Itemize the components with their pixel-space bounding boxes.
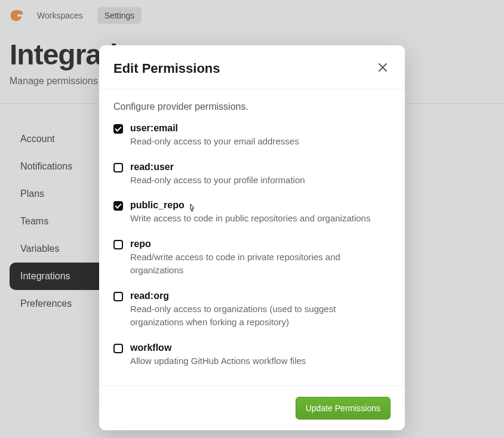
permission-text: workflow Allow updating GitHub Actions w… bbox=[130, 343, 391, 368]
permission-row-workflow: workflow Allow updating GitHub Actions w… bbox=[113, 343, 391, 368]
permission-text: repo Read/write access to code in privat… bbox=[130, 239, 391, 277]
permission-desc: Allow updating GitHub Actions workflow f… bbox=[130, 354, 391, 368]
permission-text: public_repo Write access to code in publ… bbox=[130, 200, 391, 226]
permission-desc: Read-only access to your email addresses bbox=[130, 135, 391, 149]
checkbox-user-email[interactable] bbox=[113, 124, 123, 134]
permission-label: user:email bbox=[130, 123, 391, 134]
permission-desc: Read-only access to your profile informa… bbox=[130, 174, 391, 187]
modal-title: Edit Permissions bbox=[113, 61, 220, 76]
checkbox-public-repo[interactable] bbox=[113, 201, 123, 211]
update-permissions-button[interactable]: Update Permissions bbox=[296, 397, 391, 420]
permission-label: read:org bbox=[130, 291, 391, 301]
modal-overlay[interactable]: Edit Permissions Configure provider perm… bbox=[0, 0, 504, 438]
permission-desc: Read/write access to code in private rep… bbox=[130, 251, 391, 277]
permission-text: read:org Read-only access to organizatio… bbox=[130, 291, 391, 329]
modal-footer: Update Permissions bbox=[99, 385, 405, 430]
permission-row-read-org: read:org Read-only access to organizatio… bbox=[113, 291, 391, 329]
modal-header: Edit Permissions bbox=[99, 45, 405, 90]
permission-row-public-repo: public_repo Write access to code in publ… bbox=[113, 200, 391, 226]
permission-label: read:user bbox=[130, 162, 391, 172]
checkbox-read-user[interactable] bbox=[113, 163, 123, 172]
permission-desc: Read-only access to organizations (used … bbox=[130, 303, 391, 329]
modal-description: Configure provider permissions. bbox=[113, 101, 391, 112]
checkbox-read-org[interactable] bbox=[113, 292, 123, 301]
permission-label: public_repo bbox=[130, 200, 391, 211]
permission-row-repo: repo Read/write access to code in privat… bbox=[113, 239, 391, 277]
permission-text: user:email Read-only access to your emai… bbox=[130, 123, 391, 149]
permission-desc: Write access to code in public repositor… bbox=[130, 212, 391, 226]
modal-body: Configure provider permissions. user:ema… bbox=[99, 90, 405, 385]
close-icon bbox=[377, 62, 388, 73]
close-button[interactable] bbox=[375, 60, 391, 77]
permission-row-user-email: user:email Read-only access to your emai… bbox=[113, 123, 391, 149]
checkbox-workflow[interactable] bbox=[113, 344, 123, 353]
permission-row-read-user: read:user Read-only access to your profi… bbox=[113, 162, 391, 187]
permission-label: repo bbox=[130, 239, 391, 249]
permission-label: workflow bbox=[130, 343, 391, 353]
edit-permissions-modal: Edit Permissions Configure provider perm… bbox=[99, 45, 405, 430]
permission-text: read:user Read-only access to your profi… bbox=[130, 162, 391, 187]
checkbox-repo[interactable] bbox=[113, 240, 123, 249]
